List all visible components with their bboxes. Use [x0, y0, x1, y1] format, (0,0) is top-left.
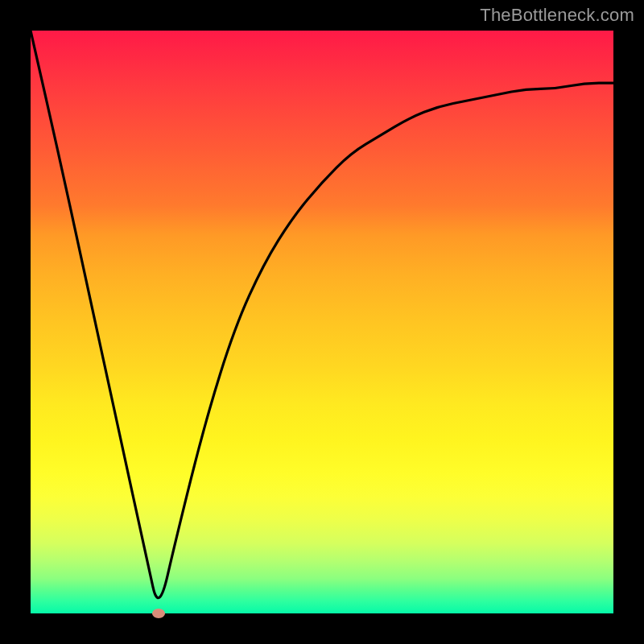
plot-area: [31, 31, 613, 613]
chart-frame: TheBottleneck.com: [0, 0, 644, 644]
watermark-text: TheBottleneck.com: [480, 5, 634, 26]
minimum-dot: [152, 609, 165, 618]
bottleneck-curve: [31, 31, 613, 613]
curve-path: [31, 31, 613, 598]
